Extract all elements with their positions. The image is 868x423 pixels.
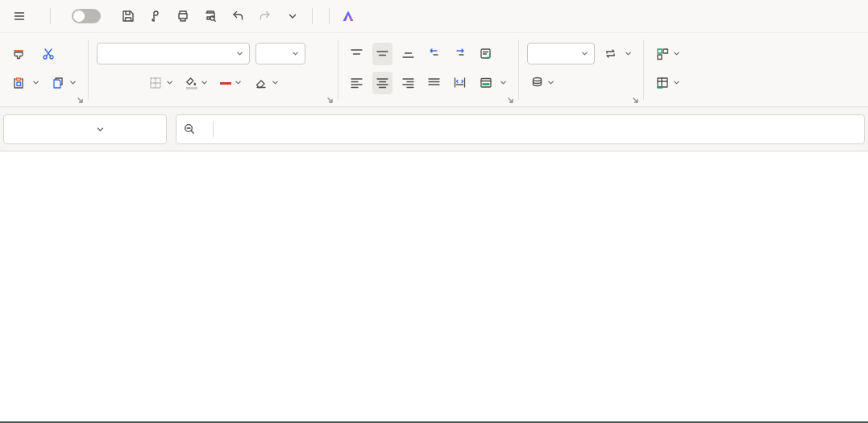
borders-button[interactable] [145, 72, 177, 94]
fill-color-button[interactable] [182, 72, 211, 94]
comma-style-button[interactable] [575, 72, 582, 94]
wrap-text-button[interactable] [476, 43, 500, 65]
font-dialog-launcher[interactable] [325, 95, 334, 105]
chevron-down-icon [500, 79, 507, 86]
chevron-down-icon [673, 79, 680, 86]
worksheet-button[interactable] [652, 72, 683, 94]
number-format-select[interactable] [527, 43, 595, 64]
currency-format-button[interactable] [527, 72, 558, 94]
align-center-button[interactable] [372, 72, 392, 94]
clear-format-button[interactable] [251, 72, 282, 94]
font-size-select[interactable] [255, 43, 305, 64]
zoom-icon[interactable] [183, 122, 197, 136]
convert-button[interactable] [600, 43, 635, 65]
wrap-text-icon [479, 47, 493, 61]
chevron-down-icon [625, 50, 632, 57]
chevron-down-icon [673, 50, 680, 57]
font-group [89, 33, 338, 106]
chevron-down-icon [292, 50, 299, 57]
currency-icon [530, 76, 544, 89]
toggle-knob [73, 10, 85, 22]
clipboard-dialog-launcher[interactable] [75, 95, 85, 105]
print-preview-icon[interactable] [199, 5, 222, 27]
wps-ai-logo [341, 9, 355, 23]
spreadsheet-grid [0, 151, 868, 423]
justify-button[interactable] [424, 72, 444, 94]
merge-icon [479, 76, 493, 90]
align-left-icon [350, 76, 363, 89]
menubar [0, 0, 868, 32]
autosave-toggle[interactable] [72, 9, 101, 23]
divider [329, 8, 330, 24]
decrease-font-button[interactable] [323, 43, 330, 65]
align-bottom-button[interactable] [398, 43, 418, 65]
rows-columns-button[interactable] [652, 43, 683, 65]
percent-style-button[interactable] [563, 72, 570, 94]
increase-indent-button[interactable] [450, 43, 470, 65]
font-color-icon [220, 81, 231, 85]
increase-decimal-button[interactable] [588, 72, 594, 94]
italic-button[interactable] [109, 72, 115, 94]
chevron-down-icon [272, 79, 279, 86]
align-top-button[interactable] [347, 43, 367, 65]
distributed-align-button[interactable] [450, 72, 470, 94]
eraser-icon [254, 76, 268, 90]
clipboard-group [0, 33, 88, 106]
decrease-indent-button[interactable] [424, 43, 444, 65]
chevron-down-icon [547, 79, 554, 86]
wps-ai-button[interactable] [338, 9, 363, 23]
font-family-select[interactable] [97, 43, 250, 64]
align-center-icon [376, 76, 389, 89]
align-top-icon [350, 47, 363, 60]
rows-columns-icon [655, 47, 670, 61]
paste-icon [11, 76, 26, 90]
increase-font-button[interactable] [311, 43, 318, 65]
format-painter-button[interactable] [8, 43, 32, 65]
borders-icon [148, 76, 163, 90]
chevron-down-icon[interactable] [281, 5, 304, 27]
format-painter-icon [11, 47, 26, 61]
align-left-button[interactable] [347, 72, 367, 94]
font-color-button[interactable] [217, 72, 245, 94]
chevron-down-icon [32, 79, 39, 86]
align-middle-button[interactable] [372, 43, 392, 65]
underline-button[interactable] [121, 72, 127, 94]
alignment-group [338, 33, 518, 106]
undo-icon[interactable] [226, 5, 249, 27]
worksheet-icon [655, 76, 670, 90]
chevron-down-icon [235, 79, 242, 86]
chevron-down-icon[interactable] [96, 125, 105, 134]
merge-cells-button[interactable] [476, 72, 510, 94]
align-bottom-icon [401, 47, 415, 60]
paste-button[interactable] [8, 72, 43, 94]
number-dialog-launcher[interactable] [630, 95, 640, 105]
chevron-down-icon [166, 79, 173, 86]
copy-icon [52, 76, 66, 90]
copy-button[interactable] [48, 72, 80, 94]
name-box[interactable] [3, 114, 167, 144]
scissors-icon [41, 47, 56, 61]
alignment-dialog-launcher[interactable] [505, 95, 515, 105]
convert-icon [604, 47, 618, 61]
align-right-button[interactable] [398, 72, 418, 94]
strikethrough-button[interactable] [133, 72, 139, 94]
divider [50, 8, 51, 24]
align-middle-icon [376, 47, 389, 60]
redo-icon[interactable] [254, 5, 276, 27]
main-menu-icon[interactable] [8, 5, 31, 27]
number-group [519, 33, 643, 106]
bold-button[interactable] [97, 72, 103, 94]
chevron-down-icon [69, 79, 77, 86]
wps-spreadsheet-window [0, 0, 868, 423]
divider [213, 121, 214, 137]
decrease-decimal-button[interactable] [600, 72, 606, 94]
cut-button[interactable] [38, 43, 59, 65]
justify-icon [427, 76, 441, 89]
chevron-down-icon [236, 50, 243, 57]
print-icon[interactable] [172, 5, 194, 27]
formula-bar [0, 107, 868, 151]
export-pdf-icon[interactable] [144, 5, 167, 27]
chevron-down-icon [201, 79, 208, 86]
formula-input[interactable] [176, 114, 865, 144]
save-icon[interactable] [117, 5, 139, 27]
